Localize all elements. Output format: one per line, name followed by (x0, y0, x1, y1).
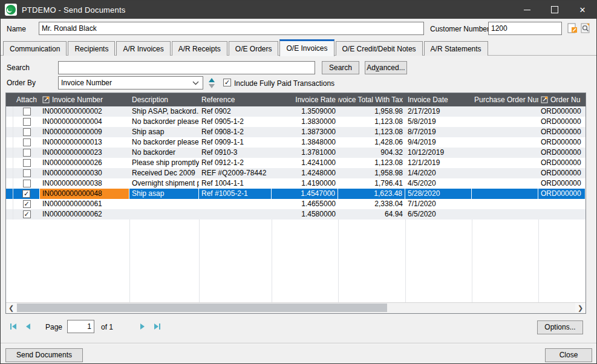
cell-reference[interactable]: Ref 0905-1-2 (199, 117, 272, 127)
column-header-purchase-order-num[interactable]: Purchase Order Num... (472, 93, 538, 106)
cell-invoice[interactable]: IN0000000000030 (40, 168, 129, 178)
attach-checkbox[interactable] (22, 190, 30, 198)
attach-checkbox[interactable] (23, 138, 31, 146)
tab-a-r-receipts[interactable]: A/R Receipts (172, 41, 227, 56)
attach-checkbox[interactable] (23, 159, 31, 167)
cell-attach[interactable] (13, 178, 40, 189)
attach-checkbox[interactable] (23, 210, 31, 218)
cell-reference[interactable]: Ref 0910-3 (199, 148, 272, 158)
table-row[interactable]: IN0000000000002Ship ASAP, backord...Ref … (6, 106, 586, 117)
cell-description[interactable]: Please ship promptly (129, 158, 199, 168)
cell-reference[interactable]: REF #Q2009-78442 (199, 168, 272, 178)
cell-reference[interactable]: Ref 1004-1-1 (199, 178, 272, 189)
row-selector[interactable] (6, 106, 13, 117)
column-header-invoice-number[interactable]: Invoice Number (40, 93, 129, 106)
cell-rate[interactable]: 1.4241000 (272, 158, 338, 168)
cell-date[interactable]: 12/1/2019 (405, 158, 472, 168)
table-row[interactable]: IN0000000000004No backorder pleaseRef 09… (6, 117, 586, 127)
maximize-button[interactable] (541, 1, 569, 19)
table-row[interactable]: IN00000000000611.46550002,338.047/1/2020 (6, 199, 586, 209)
cell-po[interactable] (472, 106, 538, 117)
cell-po[interactable] (472, 148, 538, 158)
column-header-order-nu[interactable]: Order Nu (538, 93, 586, 106)
previous-page-button[interactable] (22, 322, 33, 331)
cell-rate[interactable]: 1.4248000 (272, 168, 338, 178)
cell-reference[interactable]: Ref 0902 (199, 106, 272, 117)
cell-invoice[interactable]: IN0000000000061 (40, 199, 129, 209)
horizontal-scrollbar[interactable]: ❮ ❯ (6, 302, 586, 313)
cell-reference[interactable]: Ref #1005-2-1 (199, 189, 272, 199)
close-button[interactable]: ✕ (569, 1, 596, 19)
cell-description[interactable] (129, 199, 199, 209)
cell-attach[interactable] (13, 168, 40, 178)
cell-invoice[interactable]: IN0000000000026 (40, 158, 129, 168)
cell-description[interactable]: No backorder (129, 148, 199, 158)
cell-reference[interactable]: Ref 0909-1-1 (199, 137, 272, 148)
cell-rate[interactable]: 1.4547000 (272, 189, 338, 199)
cell-order[interactable]: ORD000000 (538, 127, 586, 137)
options-button[interactable]: Options... (537, 320, 583, 334)
cell-rate[interactable]: 1.4655000 (272, 199, 338, 209)
cell-rate[interactable]: 1.3873000 (272, 127, 338, 137)
attach-checkbox[interactable] (23, 128, 31, 136)
cell-date[interactable]: 5/28/2020 (405, 189, 472, 199)
cell-po[interactable] (472, 199, 538, 209)
attach-checkbox[interactable] (23, 200, 31, 208)
order-direction-spinner[interactable] (207, 76, 217, 89)
cell-attach[interactable] (13, 199, 40, 209)
row-selector[interactable] (6, 137, 13, 148)
cell-description[interactable] (129, 209, 199, 219)
cell-rate[interactable]: 1.3848000 (272, 137, 338, 148)
column-header-reference[interactable]: Reference (199, 93, 272, 106)
cell-total[interactable]: 1,123.08 (338, 158, 405, 168)
cell-description[interactable]: Received Dec 2009 (129, 168, 199, 178)
cell-order[interactable] (538, 209, 586, 219)
cell-total[interactable]: 1,123.08 (338, 117, 405, 127)
cell-reference[interactable]: Ref 0912-1-2 (199, 158, 272, 168)
cell-po[interactable] (472, 158, 538, 168)
cell-order[interactable]: ORD000000 (538, 178, 586, 189)
cell-po[interactable] (472, 178, 538, 189)
cell-po[interactable] (472, 137, 538, 148)
cell-po[interactable] (472, 127, 538, 137)
cell-total[interactable]: 904.32 (338, 148, 405, 158)
cell-attach[interactable] (13, 137, 40, 148)
send-documents-button[interactable]: Send Documents (5, 348, 83, 362)
cell-total[interactable]: 1,623.48 (338, 189, 405, 199)
column-header-attach[interactable]: Attach (13, 93, 40, 106)
cell-po[interactable] (472, 189, 538, 199)
tab-a-r-statements[interactable]: A/R Statements (424, 41, 488, 56)
cell-date[interactable]: 6/5/2020 (405, 209, 472, 219)
cell-order[interactable] (538, 199, 586, 209)
cell-description[interactable]: Overnight shipment p... (129, 178, 199, 189)
cell-reference[interactable] (199, 199, 272, 209)
column-header-invoice-rate[interactable]: Invoice Rate (272, 93, 338, 106)
table-row[interactable]: IN0000000000038Overnight shipment p...Re… (6, 178, 586, 189)
tab-a-r-invoices[interactable]: A/R Invoices (116, 41, 170, 56)
order-by-select[interactable]: Invoice Number (58, 76, 203, 89)
scrollbar-thumb[interactable] (17, 304, 387, 312)
table-row[interactable]: IN0000000000030Received Dec 2009REF #Q20… (6, 168, 586, 178)
table-row[interactable]: IN0000000000026Please ship promptlyRef 0… (6, 158, 586, 168)
cell-rate[interactable]: 1.3830000 (272, 117, 338, 127)
cell-attach[interactable] (13, 117, 40, 127)
cell-date[interactable]: 1/4/2020 (405, 168, 472, 178)
row-selector[interactable] (6, 189, 13, 199)
tab-o-e-invoices[interactable]: O/E Invoices (279, 39, 334, 56)
cell-order[interactable]: ORD000000 (538, 117, 586, 127)
first-page-button[interactable] (8, 322, 19, 331)
close-dialog-button[interactable]: Close (545, 348, 592, 362)
cell-po[interactable] (472, 168, 538, 178)
cell-order[interactable]: ORD000000 (538, 106, 586, 117)
row-selector[interactable] (6, 199, 13, 209)
search-button[interactable]: Search (322, 61, 359, 74)
cell-attach[interactable] (13, 148, 40, 158)
cell-total[interactable]: 2,338.04 (338, 199, 405, 209)
search-input[interactable] (58, 61, 315, 74)
cell-rate[interactable]: 1.4580000 (272, 209, 338, 219)
row-selector[interactable] (6, 117, 13, 127)
cell-total[interactable]: 1,958.98 (338, 168, 405, 178)
customer-number-input[interactable] (488, 22, 562, 35)
tab-communication[interactable]: Communication (3, 41, 67, 56)
row-selector[interactable] (6, 158, 13, 168)
